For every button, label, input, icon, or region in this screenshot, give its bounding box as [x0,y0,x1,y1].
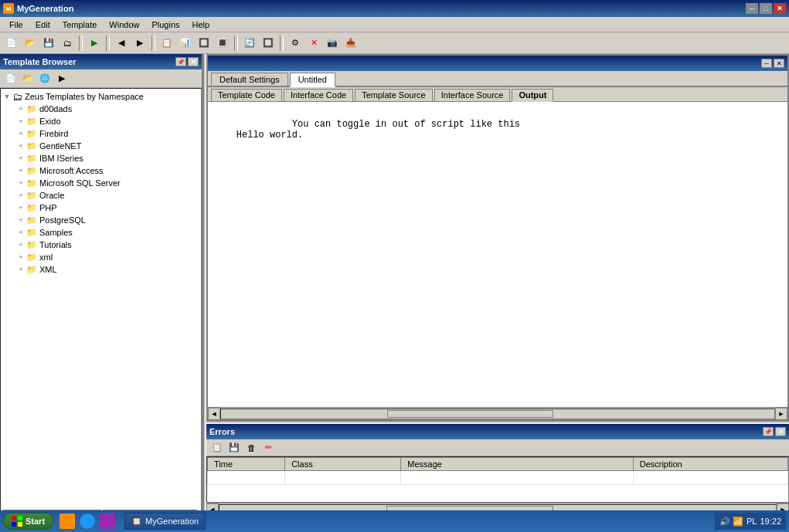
toolbar-btn-6[interactable]: 🔲 [260,35,277,52]
sidebar-forward-button[interactable]: ▶ [54,72,70,86]
toolbar-btn-1[interactable]: 📋 [158,35,175,52]
toolbar-btn-7[interactable]: ⚙ [287,35,304,52]
toolbar-btn-2[interactable]: 📊 [177,35,194,52]
php-expand[interactable]: + [16,203,26,212]
sidebar-globe-button[interactable]: 🌐 [37,72,53,86]
tree-item-root[interactable]: ▼ 🗂 Zeus Templates by Namespace [1,90,201,103]
save-button[interactable]: 💾 [40,35,57,52]
tree-label-mssqlserver: Microsoft SQL Server [39,178,121,188]
editor-hscrollbar[interactable]: ◄ ► [208,407,787,419]
menu-template[interactable]: Template [56,19,104,31]
open-button[interactable]: 📂 [22,35,39,52]
editor-area[interactable]: You can toggle in out of script like thi… [208,102,787,407]
doc-tab-default-settings[interactable]: Default Settings [211,73,288,86]
tree-item-oracle[interactable]: + 📁 Oracle [1,189,201,202]
toolbar-btn-4[interactable]: 🔳 [214,35,231,52]
maximize-button[interactable]: □ [760,3,772,14]
gentlenet-expand[interactable]: + [16,141,26,151]
postgresql-expand[interactable]: + [16,215,26,225]
errors-header-buttons: 📌 ✕ [763,427,786,436]
sub-tab-template-source[interactable]: Template Source [355,89,433,101]
errors-tb-1[interactable]: 📋 [209,441,225,455]
tree-item-gentlenet[interactable]: + 📁 GentleNET [1,140,201,152]
tree-item-samples[interactable]: + 📁 Samples [1,226,201,239]
sidebar-close-button[interactable]: ✕ [188,57,199,66]
d00dads-expand[interactable]: + [16,104,26,114]
tree-item-exido[interactable]: + 📁 Exido [1,115,201,127]
menu-edit[interactable]: Edit [29,19,56,31]
save-all-button[interactable]: 🗂 [59,35,76,52]
sub-tab-interface-code[interactable]: Interface Code [284,89,353,101]
xml-lower-expand[interactable]: + [16,252,26,262]
errors-tb-4[interactable]: ✏ [260,441,276,455]
folder-icon-msaccess: 📁 [26,166,37,176]
taskbar-program-button[interactable]: 🔲 MyGeneration [124,513,206,530]
mssqlserver-expand[interactable]: + [16,178,26,188]
errors-toolbar: 📋 💾 🗑 ✏ [206,439,789,456]
sidebar-new-button[interactable]: 📄 [3,72,19,86]
right-pane: ─ ✕ Default Settings Untitled Te [206,54,789,532]
scroll-thumb[interactable] [387,410,553,418]
toolbar-btn-8[interactable]: 📷 [324,35,341,52]
run-button[interactable]: ▶ [86,35,103,52]
menu-plugins[interactable]: Plugins [145,19,185,31]
toolbar-btn-3[interactable]: 🔲 [196,35,213,52]
root-expand-icon[interactable]: ▼ [2,92,12,101]
scroll-left-btn[interactable]: ◄ [208,408,220,420]
msaccess-expand[interactable]: + [16,166,26,175]
tree-item-postgresql[interactable]: + 📁 PostgreSQL [1,214,201,226]
tutorials-expand[interactable]: + [16,240,26,249]
errors-tb-3[interactable]: 🗑 [243,441,259,455]
tree-item-d00dads[interactable]: + 📁 d00dads [1,103,201,115]
errors-pin-button[interactable]: 📌 [763,427,774,436]
minimize-button[interactable]: ─ [746,3,758,14]
tree-item-tutorials[interactable]: + 📁 Tutorials [1,239,201,251]
menu-window[interactable]: Window [103,19,145,31]
new-button[interactable]: 📄 [3,35,20,52]
toolbar-btn-9[interactable]: 📥 [342,35,359,52]
forward-button[interactable]: ▶ [131,35,148,52]
menu-help[interactable]: Help [186,19,216,31]
folder-icon-d00dads: 📁 [26,104,37,114]
errors-tb-2[interactable]: 💾 [226,441,242,455]
errors-table-container[interactable]: Time Class Message Description [206,456,789,503]
taskbar-browser-icon[interactable] [80,513,95,529]
tree-label-firebird: Firebird [39,129,68,138]
stop-button[interactable]: ✕ [305,35,322,52]
menu-file[interactable]: File [3,19,29,31]
samples-expand[interactable]: + [16,228,26,237]
start-button[interactable]: Start [3,513,53,530]
sidebar-open-button[interactable]: 📂 [20,72,36,86]
taskbar-misc-icon[interactable] [100,513,115,529]
firebird-expand[interactable]: + [16,129,26,138]
tree-item-mssqlserver[interactable]: + 📁 Microsoft SQL Server [1,177,201,189]
doc-pin-button[interactable]: ─ [761,59,772,68]
folder-icon-postgresql: 📁 [26,215,37,225]
scroll-track[interactable] [220,408,775,419]
scroll-right-btn[interactable]: ► [775,408,787,420]
exido-expand[interactable]: + [16,117,26,126]
tree-item-ibmiseries[interactable]: + 📁 IBM ISeries [1,152,201,164]
tree-item-xml-upper[interactable]: + 📁 XML [1,263,201,276]
toolbar-btn-5[interactable]: 🔄 [241,35,258,52]
doc-tab-untitled[interactable]: Untitled [290,73,335,87]
errors-close-button[interactable]: ✕ [775,427,786,436]
close-button[interactable]: ✕ [774,3,786,14]
sub-tab-template-code[interactable]: Template Code [211,89,282,101]
sub-tab-interface-source[interactable]: Interface Source [434,89,511,101]
template-tree[interactable]: ▼ 🗂 Zeus Templates by Namespace + 📁 d00d… [0,88,202,515]
xml-upper-expand[interactable]: + [16,265,26,274]
tree-item-msaccess[interactable]: + 📁 Microsoft Access [1,164,201,177]
tree-item-php[interactable]: + 📁 PHP [1,202,201,214]
tree-item-firebird[interactable]: + 📁 Firebird [1,127,201,140]
folder-icon-xml-upper: 📁 [26,265,37,275]
doc-close-button[interactable]: ✕ [774,59,784,68]
sub-tab-output[interactable]: Output [512,89,553,102]
sub-tab-ic-label: Interface Code [291,90,346,100]
tree-item-xml-lower[interactable]: + 📁 xml [1,251,201,263]
ibmiseries-expand[interactable]: + [16,154,26,163]
back-button[interactable]: ◀ [113,35,130,52]
sidebar-pin-button[interactable]: 📌 [175,57,186,66]
oracle-expand[interactable]: + [16,191,26,200]
taskbar-ie-icon[interactable] [60,513,75,529]
